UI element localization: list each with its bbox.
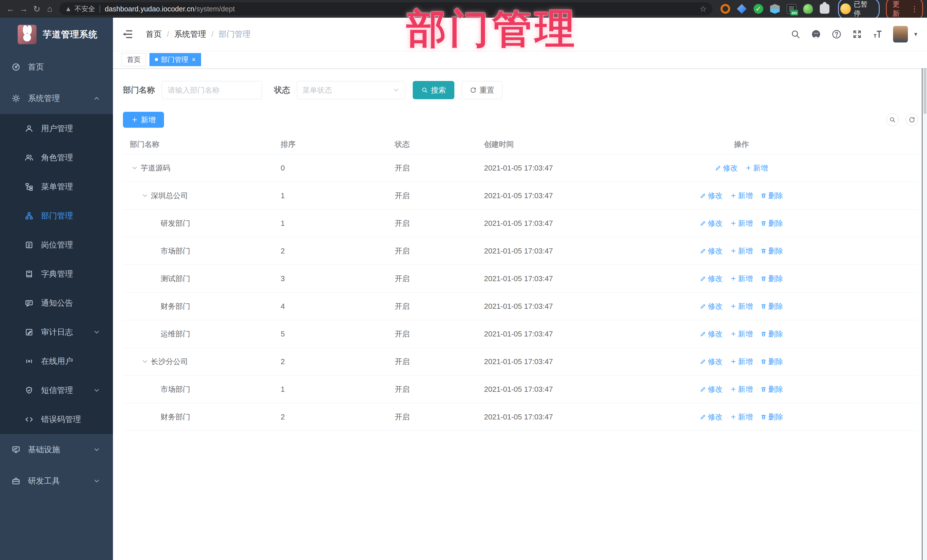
sidebar-item-infrastructure[interactable]: 基础设施 bbox=[0, 434, 113, 465]
app-logo-row[interactable]: 芋道管理系统 bbox=[0, 18, 113, 51]
font-size-icon[interactable] bbox=[872, 29, 883, 39]
edit-link[interactable]: 修改 bbox=[700, 301, 723, 311]
sidebar-item-users[interactable]: 用户管理 bbox=[0, 114, 113, 143]
edit-link[interactable]: 修改 bbox=[700, 357, 723, 367]
extensions-row: ✓ on bbox=[720, 4, 830, 14]
dept-status: 开启 bbox=[395, 219, 484, 228]
add-link[interactable]: 新增 bbox=[730, 357, 753, 367]
sidebar-item-departments[interactable]: 部门管理 bbox=[0, 201, 113, 231]
expand-chevron-icon[interactable] bbox=[141, 358, 149, 365]
edit-link[interactable]: 修改 bbox=[700, 384, 723, 395]
address-bar[interactable]: ▲ 不安全 dashboard.yudao.iocoder.cn /system… bbox=[59, 2, 713, 15]
dept-sort: 2 bbox=[281, 357, 395, 366]
add-link[interactable]: 新增 bbox=[730, 274, 753, 284]
breadcrumb-system[interactable]: 系统管理 bbox=[174, 29, 206, 39]
show-search-toggle-button[interactable] bbox=[886, 114, 899, 126]
add-link[interactable]: 新增 bbox=[730, 246, 753, 256]
edit-link[interactable]: 修改 bbox=[715, 163, 738, 173]
online-signal-icon bbox=[24, 357, 33, 366]
delete-link[interactable]: 删除 bbox=[760, 219, 783, 228]
search-icon[interactable] bbox=[790, 29, 801, 39]
add-button[interactable]: 新增 bbox=[123, 112, 164, 128]
delete-link[interactable]: 删除 bbox=[760, 191, 783, 201]
help-icon[interactable] bbox=[831, 29, 842, 39]
extension-icon[interactable] bbox=[770, 4, 780, 14]
extensions-puzzle-icon[interactable] bbox=[820, 4, 830, 14]
delete-link[interactable]: 删除 bbox=[760, 329, 783, 339]
sidebar-item-posts[interactable]: 岗位管理 bbox=[0, 231, 113, 260]
caret-down-icon[interactable]: ▾ bbox=[914, 30, 917, 38]
add-link[interactable]: 新增 bbox=[745, 163, 768, 173]
sidebar-item-home[interactable]: 首页 bbox=[0, 51, 113, 83]
url-path[interactable]: /system/dept bbox=[194, 5, 235, 13]
sidebar-item-online-users[interactable]: 在线用户 bbox=[0, 347, 113, 376]
sidebar-collapse-icon[interactable] bbox=[122, 29, 133, 40]
edit-link[interactable]: 修改 bbox=[700, 412, 723, 422]
reset-button[interactable]: 重置 bbox=[462, 81, 502, 99]
extension-icon[interactable] bbox=[720, 4, 730, 14]
extension-icon[interactable]: ✓ bbox=[754, 4, 763, 14]
edit-link[interactable]: 修改 bbox=[700, 274, 723, 284]
add-link[interactable]: 新增 bbox=[730, 219, 753, 228]
github-icon[interactable] bbox=[811, 29, 821, 39]
main-area: 首页 / 系统管理 / 部门管理 bbox=[113, 18, 927, 560]
delete-link[interactable]: 删除 bbox=[760, 246, 783, 256]
refresh-button[interactable] bbox=[906, 114, 918, 126]
search-button[interactable]: 搜索 bbox=[413, 81, 454, 99]
sidebar-item-roles[interactable]: 角色管理 bbox=[0, 143, 113, 172]
browser-home-icon[interactable]: ⌂ bbox=[43, 2, 56, 15]
tag-dept-active[interactable]: 部门管理 × bbox=[149, 53, 201, 66]
delete-link[interactable]: 删除 bbox=[760, 384, 783, 395]
sidebar-item-error-codes[interactable]: 错误码管理 bbox=[0, 405, 113, 434]
browser-profile-chip[interactable]: 已暂停 bbox=[838, 0, 880, 20]
breadcrumb-home[interactable]: 首页 bbox=[146, 29, 162, 39]
edit-link[interactable]: 修改 bbox=[700, 329, 723, 339]
sidebar-item-dictionary[interactable]: 字典管理 bbox=[0, 260, 113, 288]
sidebar-item-system[interactable]: 系统管理 bbox=[0, 83, 113, 114]
sidebar-item-notices[interactable]: 通知公告 bbox=[0, 288, 113, 318]
add-link[interactable]: 新增 bbox=[730, 191, 753, 201]
add-link[interactable]: 新增 bbox=[730, 384, 753, 395]
status-select[interactable]: 菜单状态 bbox=[297, 81, 405, 99]
add-link[interactable]: 新增 bbox=[730, 329, 753, 339]
add-link[interactable]: 新增 bbox=[730, 301, 753, 311]
reset-button-label: 重置 bbox=[479, 85, 494, 95]
sidebar-item-sms[interactable]: 短信管理 bbox=[0, 376, 113, 405]
expand-chevron-icon[interactable] bbox=[141, 192, 149, 199]
tag-home[interactable]: 首页 bbox=[122, 53, 146, 66]
sidebar-item-menus[interactable]: 菜单管理 bbox=[0, 172, 113, 201]
expand-chevron-icon[interactable] bbox=[131, 164, 138, 171]
table-row: 深圳总公司 1 开启 2021-01-05 17:03:47 修改 新增 删除 bbox=[123, 182, 918, 209]
browser-forward-icon[interactable]: → bbox=[17, 2, 30, 15]
table-header-row: 部门名称 排序 状态 创建时间 操作 bbox=[123, 135, 918, 154]
close-icon[interactable]: × bbox=[191, 56, 196, 63]
kebab-menu-icon[interactable]: ⋮ bbox=[911, 5, 918, 14]
sidebar-item-dev-tools[interactable]: 研发工具 bbox=[0, 465, 113, 497]
extension-icon[interactable] bbox=[803, 4, 813, 14]
delete-link[interactable]: 删除 bbox=[760, 357, 783, 367]
edit-link[interactable]: 修改 bbox=[700, 246, 723, 256]
user-avatar[interactable] bbox=[893, 26, 908, 42]
dept-name-input[interactable] bbox=[162, 81, 262, 99]
delete-link[interactable]: 删除 bbox=[760, 412, 783, 422]
add-link[interactable]: 新增 bbox=[730, 412, 753, 422]
bookmark-star-icon[interactable]: ☆ bbox=[699, 4, 707, 14]
extension-icon[interactable] bbox=[737, 4, 747, 14]
scrollbar-track[interactable] bbox=[922, 18, 927, 560]
url-host[interactable]: dashboard.yudao.iocoder.cn bbox=[105, 5, 194, 13]
dept-status: 开启 bbox=[395, 301, 484, 311]
browser-back-icon[interactable]: ← bbox=[4, 2, 17, 15]
security-label[interactable]: 不安全 bbox=[74, 4, 95, 14]
extension-icon[interactable]: on bbox=[787, 4, 796, 14]
delete-link[interactable]: 删除 bbox=[760, 274, 783, 284]
fullscreen-icon[interactable] bbox=[852, 29, 862, 39]
browser-reload-icon[interactable]: ↻ bbox=[30, 2, 43, 15]
edit-link[interactable]: 修改 bbox=[700, 191, 723, 201]
table-row: 测试部门 3 开启 2021-01-05 17:03:47 修改 新增 删除 bbox=[123, 265, 918, 293]
dept-name-label: 部门名称 bbox=[123, 85, 155, 96]
delete-link[interactable]: 删除 bbox=[760, 301, 783, 311]
edit-link[interactable]: 修改 bbox=[700, 219, 723, 228]
dept-created: 2021-01-05 17:03:47 bbox=[484, 274, 685, 283]
dept-status: 开启 bbox=[395, 163, 484, 173]
sidebar-item-audit-log[interactable]: 审计日志 bbox=[0, 318, 113, 347]
